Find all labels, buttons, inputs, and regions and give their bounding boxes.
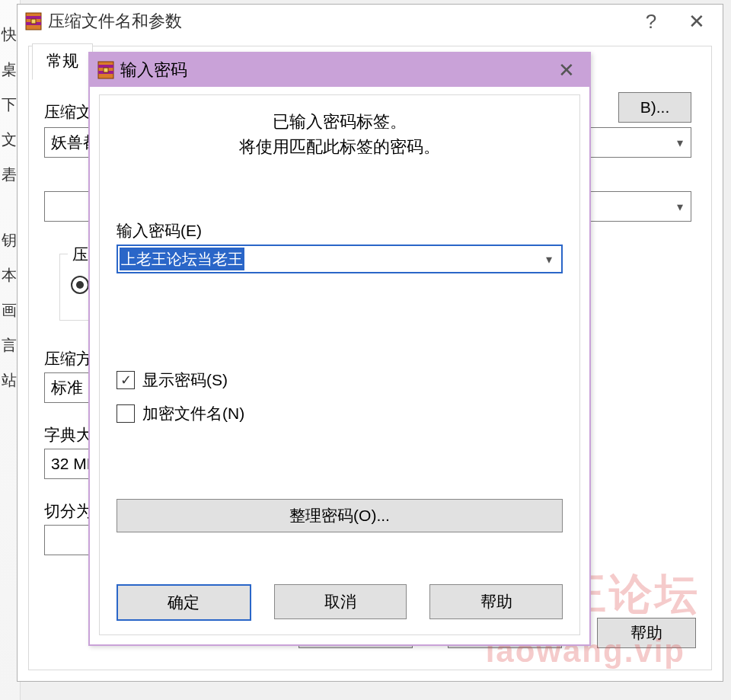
modal-title: 输入密码 [116,59,547,82]
parent-titlebar[interactable]: 压缩文件名和参数 ? ✕ [18,5,723,38]
chevron-down-icon: ▾ [546,252,552,267]
checkbox-checked-icon: ✓ [117,371,135,389]
side-char: 下 [2,94,17,115]
organize-passwords-button[interactable]: 整理密码(O)... [117,499,563,532]
label-enter-password: 输入密码(E) [117,220,202,241]
radio-dot-icon [71,276,89,294]
svg-rect-3 [31,19,36,24]
password-combo[interactable]: 上老王论坛当老王 ▾ [117,245,563,273]
side-char: 桌 [2,59,17,80]
side-char: 站 [2,370,17,391]
winrar-icon [96,60,116,80]
parent-title: 压缩文件名和参数 [43,10,628,33]
checkbox-show-password[interactable]: ✓ 显示密码(S) [117,369,228,391]
tab-general[interactable]: 常规 [32,43,93,80]
chevron-down-icon: ▾ [677,200,683,214]
winrar-icon [24,11,43,31]
method-value: 标准 [51,377,83,398]
parent-help-button[interactable]: 帮助 [597,618,696,648]
modal-close-button[interactable]: ✕ [547,53,586,87]
checkbox-encrypt-names-label: 加密文件名(N) [142,403,244,424]
side-char: 本 [2,265,17,286]
side-char: 文 [2,129,17,150]
modal-cancel-button[interactable]: 取消 [274,584,407,619]
label-archive-name: 压缩文 [44,101,92,123]
modal-button-row: 确定 取消 帮助 [117,584,563,621]
chevron-down-icon: ▾ [677,136,683,150]
password-value: 上老王论坛当老王 [120,248,244,270]
help-button[interactable]: ? [628,5,674,38]
modal-body: 已输入密码标签。 将使用匹配此标签的密码。 输入密码(E) 上老王论坛当老王 ▾… [99,94,580,635]
checkbox-encrypt-names[interactable]: 加密文件名(N) [117,403,244,424]
label-method: 压缩方 [44,348,92,369]
password-dialog: 输入密码 ✕ 已输入密码标签。 将使用匹配此标签的密码。 输入密码(E) 上老王… [88,52,591,646]
modal-info-line1: 已输入密码标签。 [100,109,579,134]
modal-help-button[interactable]: 帮助 [429,584,563,619]
svg-rect-1 [26,16,41,19]
side-char: 言 [2,335,17,356]
label-dict: 字典大 [44,424,92,446]
label-split: 切分为 [44,500,92,522]
side-char: 画 [2,300,17,321]
checkbox-unchecked-icon [117,404,135,423]
modal-ok-button[interactable]: 确定 [117,584,251,621]
side-char: 砉 [2,165,17,185]
modal-info: 已输入密码标签。 将使用匹配此标签的密码。 [100,109,579,159]
modal-titlebar[interactable]: 输入密码 ✕ [90,53,589,87]
modal-info-line2: 将使用匹配此标签的密码。 [100,134,579,159]
svg-rect-7 [104,68,108,72]
browse-button[interactable]: B)... [618,92,691,123]
side-char: 快 [2,24,17,45]
side-char: 钥 [2,230,17,251]
close-button[interactable]: ✕ [674,5,720,38]
checkbox-show-password-label: 显示密码(S) [142,369,228,391]
svg-rect-5 [98,65,113,68]
